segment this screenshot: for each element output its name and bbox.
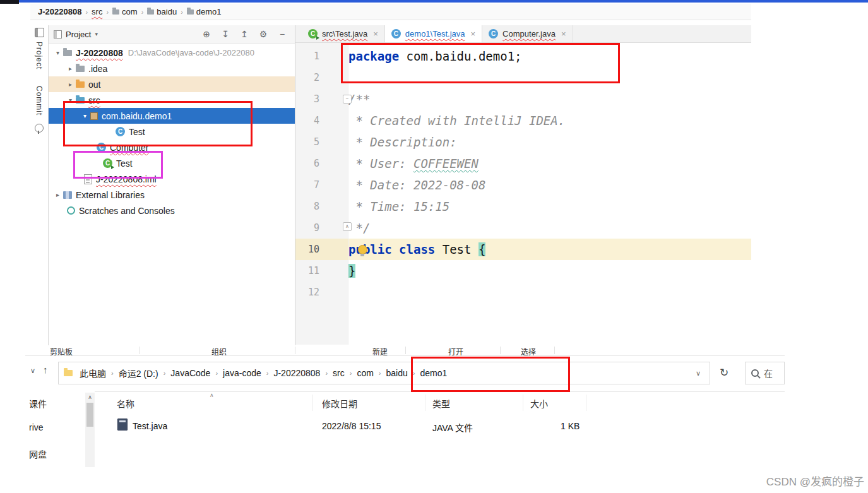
- up-arrow-icon[interactable]: ↑: [43, 364, 48, 375]
- tab-computer-java[interactable]: C Computer.java ×: [482, 25, 573, 42]
- editor-tab-bar: C src\Test.java × C demo1\Test.java × C …: [295, 25, 751, 43]
- chevron-right-icon: ›: [85, 8, 88, 16]
- tree-row-external-libraries[interactable]: ▸ External Libraries: [49, 187, 295, 203]
- tree-row-out[interactable]: ▸ out: [49, 76, 295, 92]
- chevron-right-icon: ›: [141, 8, 144, 16]
- project-panel: Project ▾ ⊕ ↧ ↥ ⚙ − ▾ J-20220808 D:\Java…: [48, 25, 295, 345]
- code-line[interactable]: * Time: 15:15: [348, 196, 751, 217]
- class-icon: C: [489, 29, 498, 39]
- tree-row-iml[interactable]: J-20220808.iml: [49, 171, 295, 187]
- folder-icon: [76, 66, 85, 72]
- code-line[interactable]: * User: COFFEEWEN: [348, 153, 751, 174]
- column-header-modified[interactable]: 修改日期: [322, 397, 357, 410]
- code-line[interactable]: * Date: 2022-08-08: [348, 174, 751, 196]
- chevron-expanded-icon[interactable]: ▾: [52, 49, 63, 56]
- project-view-icon: [54, 30, 62, 39]
- project-path: D:\JavaCode\java-code\J-2022080: [128, 48, 254, 57]
- chevron-right-icon: ›: [377, 369, 383, 377]
- tool-window-button-project[interactable]: Project: [35, 42, 44, 69]
- address-crumb-this-pc[interactable]: 此电脑: [78, 367, 108, 379]
- java-file-icon: [117, 419, 128, 431]
- tab-src-test-java[interactable]: C src\Test.java ×: [302, 25, 385, 42]
- sidebar-item-netdisk[interactable]: 网盘: [29, 448, 47, 460]
- column-header-type[interactable]: 类型: [432, 397, 450, 410]
- address-crumb-java-code[interactable]: java-code: [221, 368, 263, 378]
- chevron-collapsed-icon[interactable]: ▸: [65, 65, 76, 72]
- tool-window-icon[interactable]: [35, 124, 44, 133]
- runnable-class-icon: C: [308, 29, 318, 39]
- tab-demo1-test-java[interactable]: C demo1\Test.java ×: [385, 25, 482, 42]
- tree-row-scratches[interactable]: Scratches and Consoles: [49, 203, 295, 218]
- tree-row-package-demo1[interactable]: ▾ com.baidu.demo1: [49, 108, 295, 124]
- hide-panel-icon[interactable]: −: [275, 29, 290, 39]
- chevron-down-icon[interactable]: ▾: [95, 31, 98, 37]
- recent-locations-chevron-icon[interactable]: ∨: [30, 367, 35, 375]
- chevron-right-icon: ›: [265, 369, 271, 377]
- file-list: ∧ 名称 修改日期 类型 大小 Test.java 2022/8/8 15:15…: [95, 391, 785, 467]
- chevron-right-icon: ›: [213, 369, 220, 377]
- expand-all-icon[interactable]: ↧: [218, 29, 233, 39]
- sidebar-item-courseware[interactable]: 课件: [29, 397, 47, 410]
- tree-row-root[interactable]: ▾ J-20220808 D:\JavaCode\java-code\J-202…: [49, 45, 295, 61]
- fold-region-icon[interactable]: −: [343, 95, 352, 104]
- address-crumb-javacode[interactable]: JavaCode: [169, 368, 212, 378]
- libraries-icon: [63, 191, 72, 199]
- column-header-name[interactable]: 名称: [117, 397, 134, 410]
- breadcrumb-item-project[interactable]: J-20220808: [38, 7, 81, 16]
- code-line[interactable]: */: [348, 217, 751, 239]
- close-tab-icon[interactable]: ×: [561, 29, 566, 39]
- code-line[interactable]: * Created with IntelliJ IDEA.: [348, 110, 751, 131]
- editor-gutter[interactable]: 1 2 3 4 5 6 7 8 9 10 11 12: [295, 43, 348, 345]
- window-top-corner: [0, 0, 19, 4]
- intention-bulb-icon[interactable]: [358, 245, 367, 254]
- collapse-all-icon[interactable]: ↥: [237, 29, 252, 39]
- address-dropdown-chevron-icon[interactable]: ∨: [692, 369, 705, 377]
- address-crumb-com[interactable]: com: [355, 368, 375, 378]
- chevron-right-icon: ›: [348, 369, 354, 377]
- scrollbar-thumb[interactable]: [86, 403, 93, 427]
- sidebar-item-onedrive[interactable]: rive: [29, 422, 44, 432]
- code-editor[interactable]: package com.baidu.demo1; /** * Created w…: [348, 43, 751, 345]
- settings-gear-icon[interactable]: ⚙: [256, 29, 271, 39]
- tree-row-src[interactable]: ▾ src: [49, 92, 295, 108]
- code-line[interactable]: }: [348, 260, 751, 282]
- tree-row-idea[interactable]: ▸ .idea: [49, 61, 295, 76]
- code-line[interactable]: /**: [348, 88, 751, 110]
- code-line[interactable]: [348, 282, 751, 303]
- chevron-expanded-icon[interactable]: ▾: [65, 97, 76, 104]
- close-tab-icon[interactable]: ×: [471, 29, 476, 39]
- project-folder-icon: [63, 50, 72, 56]
- code-line[interactable]: [348, 67, 751, 88]
- project-panel-title[interactable]: Project: [66, 30, 91, 39]
- tree-row-computer[interactable]: C Computer: [49, 140, 295, 155]
- tree-row-test-demo1[interactable]: C Test: [49, 124, 295, 140]
- code-line-caret[interactable]: public class Test {: [348, 239, 751, 260]
- fold-region-icon[interactable]: ∧: [343, 222, 352, 231]
- chevron-collapsed-icon[interactable]: ▸: [65, 81, 76, 88]
- code-line[interactable]: package com.baidu.demo1;: [348, 45, 751, 67]
- chevron-collapsed-icon[interactable]: ▸: [52, 191, 63, 198]
- refresh-icon[interactable]: ↻: [720, 366, 728, 379]
- search-input[interactable]: 在: [745, 362, 785, 384]
- breadcrumb-item-com[interactable]: com: [112, 7, 138, 16]
- chevron-expanded-icon[interactable]: ▾: [80, 112, 90, 119]
- close-tab-icon[interactable]: ×: [373, 29, 378, 39]
- address-crumb-j20220808[interactable]: J-20220808: [271, 368, 322, 378]
- breadcrumb-item-baidu[interactable]: baidu: [147, 7, 177, 16]
- tree-row-test-src[interactable]: C Test: [49, 155, 295, 171]
- project-panel-header: Project ▾ ⊕ ↧ ↥ ⚙ −: [49, 25, 295, 44]
- breadcrumb-item-src[interactable]: src: [92, 7, 102, 16]
- locate-file-icon[interactable]: ⊕: [199, 29, 214, 39]
- class-icon: C: [116, 127, 125, 136]
- scroll-up-icon[interactable]: ∧: [85, 394, 95, 400]
- tool-window-button-commit[interactable]: Commit: [35, 86, 44, 116]
- breadcrumb-item-demo1[interactable]: demo1: [187, 7, 222, 16]
- address-crumb-baidu[interactable]: baidu: [384, 368, 410, 378]
- address-crumb-src[interactable]: src: [331, 368, 347, 378]
- address-crumb-demo1[interactable]: demo1: [418, 368, 449, 378]
- address-bar[interactable]: 此电脑 › 命运2 (D:) › JavaCode › java-code › …: [58, 362, 710, 384]
- sidebar-scrollbar[interactable]: ∧: [85, 393, 95, 467]
- column-header-size[interactable]: 大小: [530, 397, 548, 410]
- address-crumb-drive-d[interactable]: 命运2 (D:): [117, 367, 160, 379]
- code-line[interactable]: * Description:: [348, 131, 751, 153]
